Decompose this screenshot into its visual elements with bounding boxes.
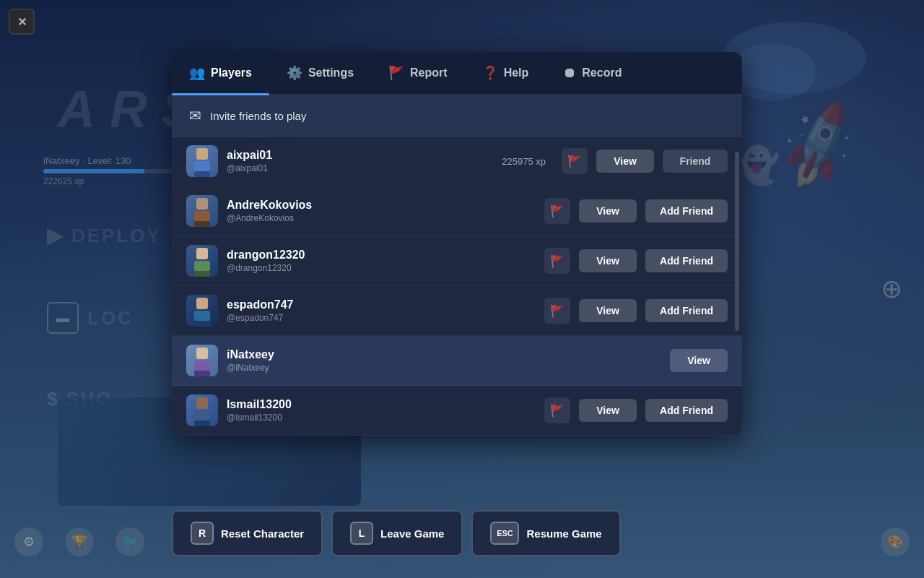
reset-character-button[interactable]: R Reset Character [172,510,323,556]
resume-key-label: ESC [490,522,519,545]
player-name: AndreKokovios [227,199,536,212]
bottom-action-buttons: R Reset Character L Leave Game ESC Resum… [172,510,621,556]
player-info: Ismail13200 @Ismail13200 [227,398,536,423]
help-tab-icon: ❓ [482,65,498,81]
tab-report[interactable]: 🚩 Report [371,52,465,94]
avatar [186,145,218,177]
avatar [186,295,218,327]
add-friend-button[interactable]: Add Friend [645,399,728,422]
reset-key-label: R [191,522,214,545]
player-xp: 225975 xp [502,156,553,167]
view-button[interactable]: View [596,150,654,173]
player-row: espadon747 @espadon747 🚩 View Add Friend [172,286,742,336]
players-modal: 👥 Players ⚙️ Settings 🚩 Report ❓ Help ⏺ … [172,52,742,436]
avatar [186,345,218,376]
tab-players[interactable]: 👥 Players [172,52,269,94]
players-tab-label: Players [211,66,252,79]
invite-banner[interactable]: ✉ Invite friends to play [172,95,742,137]
player-info: AndreKokovios @AndreKokovios [227,199,536,223]
leave-key-label: L [350,522,373,545]
add-friend-button[interactable]: Add Friend [645,199,728,223]
player-handle: @AndreKokovios [227,213,536,223]
player-name: drangon12320 [227,249,536,262]
view-button[interactable]: View [670,349,728,372]
player-row: aixpai01 @aixpai01 225975 xp 🚩 View Frie… [172,137,742,186]
tab-help[interactable]: ❓ Help [465,52,546,94]
flag-button[interactable]: 🚩 [544,198,570,224]
view-button[interactable]: View [579,399,637,422]
invite-label: Invite friends to play [210,110,306,122]
avatar [186,245,218,277]
add-friend-button[interactable]: Add Friend [645,299,728,322]
player-info: aixpai01 @aixpai01 [227,149,493,173]
settings-tab-icon: ⚙️ [287,65,302,81]
player-handle: @aixpai01 [227,163,493,173]
tab-bar: 👥 Players ⚙️ Settings 🚩 Report ❓ Help ⏺ … [172,52,742,95]
reset-button-label: Reset Character [221,527,304,540]
settings-tab-label: Settings [308,66,354,79]
player-info: iNatxeey @iNatxeey [227,348,440,373]
player-name: aixpai01 [227,149,493,162]
player-name: iNatxeey [227,348,440,361]
flag-button[interactable]: 🚩 [544,298,570,324]
leave-button-label: Leave Game [380,527,444,540]
resume-game-button[interactable]: ESC Resume Game [471,510,620,556]
avatar [186,394,218,426]
player-list: aixpai01 @aixpai01 225975 xp 🚩 View Frie… [172,137,742,436]
view-button[interactable]: View [579,249,637,272]
flag-button[interactable]: 🚩 [544,397,570,423]
tab-record[interactable]: ⏺ Record [546,52,639,94]
record-tab-icon: ⏺ [563,66,576,81]
flag-button[interactable]: 🚩 [562,148,588,174]
players-tab-icon: 👥 [189,65,205,81]
leave-game-button[interactable]: L Leave Game [331,510,463,556]
report-tab-icon: 🚩 [388,65,404,81]
player-name: espadon747 [227,298,536,311]
player-handle: @Ismail13200 [227,413,536,423]
player-handle: @drangon12320 [227,263,536,273]
tab-settings[interactable]: ⚙️ Settings [269,52,371,94]
help-tab-label: Help [504,66,529,79]
add-friend-button[interactable]: Add Friend [645,249,728,272]
player-info: espadon747 @espadon747 [227,298,536,323]
player-handle: @espadon747 [227,313,536,323]
view-button[interactable]: View [579,299,637,322]
view-button[interactable]: View [579,199,637,223]
report-tab-label: Report [410,66,448,79]
player-row: Ismail13200 @Ismail13200 🚩 View Add Frie… [172,386,742,436]
player-info: drangon12320 @drangon12320 [227,249,536,273]
avatar [186,195,218,227]
flag-button[interactable]: 🚩 [544,248,570,274]
resume-button-label: Resume Game [526,527,601,540]
player-name: Ismail13200 [227,398,536,411]
player-handle: @iNatxeey [227,363,440,373]
player-row-self: iNatxeey @iNatxeey View [172,336,742,386]
player-row: AndreKokovios @AndreKokovios 🚩 View Add … [172,186,742,236]
friend-status-button[interactable]: Friend [663,150,728,173]
invite-mail-icon: ✉ [189,107,201,124]
scrollbar[interactable] [735,152,739,331]
player-row: drangon12320 @drangon12320 🚩 View Add Fr… [172,236,742,286]
record-tab-label: Record [582,66,622,79]
